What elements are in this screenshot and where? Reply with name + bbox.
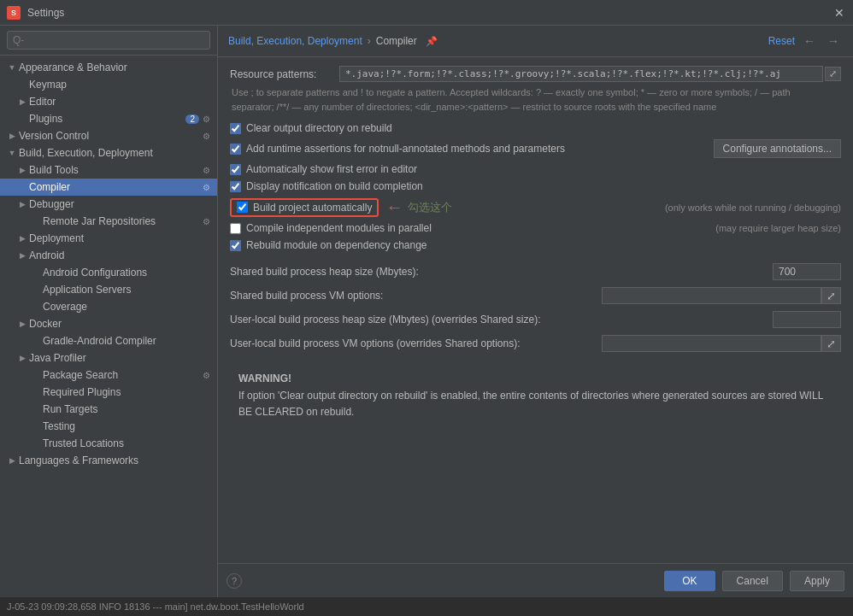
app-icon: S — [7, 6, 21, 20]
sidebar-item-testing[interactable]: Testing — [0, 418, 217, 435]
sidebar-item-label: Plugins — [29, 113, 182, 125]
auto-show-error-checkbox[interactable] — [230, 164, 241, 175]
user-heap-row: User-local build process heap size (Mbyt… — [230, 311, 841, 328]
sidebar-item-required-plugins[interactable]: Required Plugins — [0, 384, 217, 401]
runtime-assertions-checkbox[interactable] — [230, 144, 241, 155]
window-controls: ✕ — [832, 6, 846, 20]
breadcrumb: Build, Execution, Deployment › Compiler … — [228, 35, 768, 47]
user-vm-input[interactable] — [602, 335, 821, 352]
sidebar-item-editor[interactable]: ▶ Editor — [0, 93, 217, 110]
spacer-icon — [31, 336, 41, 346]
bottom-bar: ? OK Cancel Apply — [218, 563, 853, 597]
runtime-assertions-label: Add runtime assertions for notnull-annot… — [246, 143, 707, 155]
warning-box: WARNING! If option 'Clear output directo… — [230, 364, 841, 429]
sidebar-item-plugins[interactable]: Plugins 2 ⚙ — [0, 110, 217, 127]
reset-button[interactable]: Reset — [768, 35, 795, 47]
collapse-icon: ▼ — [7, 62, 17, 73]
sidebar-item-trusted-locations[interactable]: Trusted Locations — [0, 435, 217, 452]
expand-icon: ▶ — [17, 319, 27, 329]
panel-body: Resource patterns: ⤢ Use ; to separate p… — [218, 57, 853, 563]
breadcrumb-build[interactable]: Build, Execution, Deployment — [228, 35, 362, 47]
search-input[interactable] — [7, 31, 210, 50]
settings-window: S Settings ✕ ▼ Appearance & Behavior Key… — [0, 0, 853, 616]
sidebar-item-android[interactable]: ▶ Android — [0, 247, 217, 264]
clear-output-checkbox[interactable] — [230, 123, 241, 134]
sidebar-item-languages-frameworks[interactable]: ▶ Languages & Frameworks — [0, 452, 217, 469]
warning-text: If option 'Clear output directory on reb… — [238, 388, 832, 420]
expand-icon: ▶ — [17, 250, 27, 261]
clear-output-row: Clear output directory on rebuild — [230, 122, 841, 134]
sidebar-item-label: Gradle-Android Compiler — [43, 335, 210, 347]
sidebar-item-label: Editor — [29, 96, 210, 108]
expand-user-vm-button[interactable]: ⤢ — [821, 335, 841, 352]
right-panel: Build, Execution, Deployment › Compiler … — [218, 26, 853, 597]
sidebar-item-coverage[interactable]: Coverage — [0, 298, 217, 315]
sidebar-item-version-control[interactable]: ▶ Version Control ⚙ — [0, 127, 217, 144]
sidebar-item-keymap[interactable]: Keymap — [0, 76, 217, 93]
settings-icon: ⚙ — [203, 183, 210, 192]
runtime-assertions-row: Add runtime assertions for notnull-annot… — [230, 139, 841, 158]
clear-output-label: Clear output directory on rebuild — [246, 122, 841, 134]
sidebar-item-gradle-android[interactable]: Gradle-Android Compiler — [0, 332, 217, 349]
user-heap-input[interactable] — [773, 311, 841, 328]
sidebar-item-label: Debugger — [29, 198, 210, 210]
window-title: Settings — [27, 7, 64, 19]
spacer-icon — [31, 404, 41, 414]
red-arrow-icon: ← — [385, 197, 403, 217]
resource-patterns-input[interactable] — [339, 66, 823, 82]
resource-patterns-label: Resource patterns: — [230, 66, 332, 80]
sidebar-item-compiler[interactable]: Compiler ⚙ — [0, 179, 217, 196]
sidebar-item-docker[interactable]: ▶ Docker — [0, 315, 217, 332]
configure-annotations-button[interactable]: Configure annotations... — [714, 139, 841, 158]
sidebar-item-build-execution-deployment[interactable]: ▼ Build, Execution, Deployment — [0, 144, 217, 161]
pin-icon[interactable]: 📌 — [426, 36, 438, 47]
build-automatically-checkbox[interactable] — [237, 202, 248, 213]
sidebar-item-label: Deployment — [29, 232, 210, 244]
sidebar-item-label: Keymap — [29, 79, 210, 91]
vm-options-label: Shared build process VM options: — [230, 290, 602, 302]
expand-vm-button[interactable]: ⤢ — [821, 287, 841, 304]
build-automatically-label: Build project automatically — [253, 202, 372, 214]
sidebar-item-label: Trusted Locations — [43, 437, 210, 449]
titlebar: S Settings ✕ — [0, 0, 853, 26]
sidebar-item-application-servers[interactable]: Application Servers — [0, 281, 217, 298]
ok-button[interactable]: OK — [664, 571, 715, 591]
sidebar-item-build-tools[interactable]: ▶ Build Tools ⚙ — [0, 161, 217, 179]
sidebar-item-label: Coverage — [43, 301, 210, 313]
sidebar-item-android-configurations[interactable]: Android Configurations — [0, 264, 217, 281]
sidebar-item-debugger[interactable]: ▶ Debugger — [0, 196, 217, 213]
cancel-button[interactable]: Cancel — [722, 571, 783, 591]
nav-back-button[interactable]: ← — [800, 32, 819, 50]
settings-icon: ⚙ — [203, 114, 210, 124]
sidebar-item-package-search[interactable]: Package Search ⚙ — [0, 367, 217, 384]
sidebar-item-appearance-behavior[interactable]: ▼ Appearance & Behavior — [0, 59, 217, 76]
vm-options-input[interactable] — [602, 287, 821, 304]
expand-icon: ▶ — [17, 165, 27, 175]
sidebar-item-run-targets[interactable]: Run Targets — [0, 401, 217, 418]
rebuild-dependency-label: Rebuild module on dependency change — [246, 239, 841, 251]
help-button[interactable]: ? — [226, 573, 242, 589]
display-notification-checkbox[interactable] — [230, 181, 241, 192]
compile-parallel-checkbox[interactable] — [230, 223, 241, 234]
rebuild-dependency-checkbox[interactable] — [230, 240, 241, 251]
shared-vm-row: Shared build process VM options: ⤢ — [230, 287, 841, 304]
apply-button[interactable]: Apply — [790, 571, 844, 591]
user-vm-row: User-local build process VM options (ove… — [230, 335, 841, 352]
sidebar-item-label: Build, Execution, Deployment — [19, 147, 210, 159]
sidebar-item-java-profiler[interactable]: ▶ Java Profiler — [0, 349, 217, 367]
settings-icon: ⚙ — [203, 132, 210, 141]
spacer-icon — [17, 79, 27, 90]
expand-icon: ▶ — [7, 455, 17, 466]
sidebar-item-label: Build Tools — [29, 164, 199, 176]
heap-size-label: Shared build process heap size (Mbytes): — [230, 266, 773, 278]
sidebar-item-deployment[interactable]: ▶ Deployment — [0, 230, 217, 247]
expand-resource-button[interactable]: ⤢ — [825, 67, 841, 81]
close-button[interactable]: ✕ — [832, 6, 846, 20]
sidebar-item-remote-jar[interactable]: Remote Jar Repositories ⚙ — [0, 213, 217, 230]
heap-size-input[interactable] — [773, 263, 841, 280]
panel-header: Build, Execution, Deployment › Compiler … — [218, 26, 853, 57]
sidebar-item-label: Compiler — [29, 181, 199, 193]
sidebar-item-label: Docker — [29, 318, 210, 330]
nav-forward-button[interactable]: → — [824, 32, 843, 50]
sidebar-item-label: Appearance & Behavior — [19, 62, 210, 73]
